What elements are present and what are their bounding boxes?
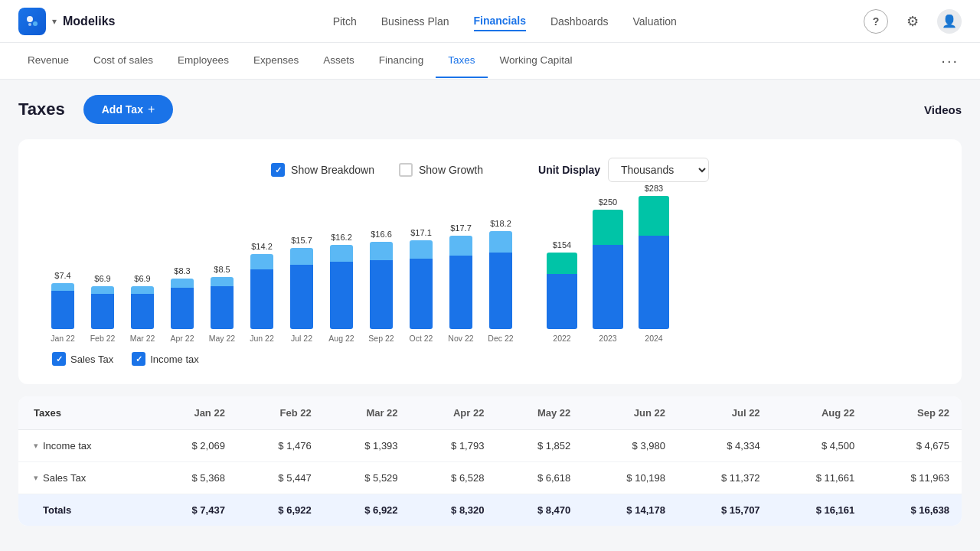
row-label-income-tax: ▾ Income tax [18,430,151,462]
bar-top [330,245,353,262]
col-header-taxes: Taxes [18,396,151,430]
bar-label: Mar 22 [130,334,155,343]
bar-col-may22: $8.5 May 22 [204,265,240,343]
income-tax-jun22: $ 3,980 [583,430,678,462]
sub-nav-item-expenses[interactable]: Expenses [241,44,311,78]
bar-value: $250 [599,197,617,207]
totals-may22: $ 8,470 [496,494,583,527]
show-breakdown-checkbox[interactable]: ✓ [271,163,285,177]
totals-apr22: $ 8,320 [410,494,497,527]
check-icon: ✓ [275,165,282,175]
income-tax-jul22: $ 4,334 [678,430,773,462]
expand-icon-sales-tax[interactable]: ▾ [34,473,38,483]
bar-col-apr22: $8.3 Apr 22 [164,266,201,343]
bar-value: $154 [553,240,571,249]
logo-icon [18,8,46,35]
svg-point-2 [28,23,31,26]
sub-nav-item-cost-of-sales[interactable]: Cost of sales [81,44,165,78]
bar-label: 2023 [599,334,616,343]
show-growth-checkbox[interactable] [399,163,413,177]
bar-label: Apr 22 [171,334,194,343]
bar-col-mar22: $6.9 Mar 22 [124,274,161,343]
settings-icon-button[interactable]: ⚙ [900,9,925,34]
bar-top [171,279,194,288]
bar-bottom [131,294,154,329]
data-table: Taxes Jan 22 Feb 22 Mar 22 Apr 22 May 22… [18,396,962,526]
col-header-may22: May 22 [496,396,583,430]
add-tax-button[interactable]: Add Tax + [83,95,174,124]
show-breakdown-label: Show Breakdown [291,164,374,176]
sub-nav-item-assets[interactable]: Assets [311,44,367,78]
income-tax-legend-checkbox[interactable]: ✓ [132,352,145,366]
sub-nav-more-button[interactable]: ··· [935,52,965,70]
page-content: Taxes Add Tax + Videos ✓ Show Breakdown … [0,80,980,551]
chart-card: ✓ Show Breakdown Show Growth Unit Displa… [18,139,962,384]
table-header-row: Taxes Jan 22 Feb 22 Mar 22 Apr 22 May 22… [18,396,962,430]
sales-tax-may22: $ 6,618 [496,462,583,494]
bar-bottom [211,286,234,329]
sales-tax-jun22: $ 10,198 [583,462,678,494]
unit-display-select[interactable]: Actual Thousands Millions [608,158,709,182]
col-header-apr22: Apr 22 [410,396,497,430]
nav-link-pitch[interactable]: Pitch [333,12,357,31]
bar-bottom [51,291,74,329]
bar-top [593,210,623,245]
sub-nav-item-revenue[interactable]: Revenue [15,44,81,78]
totals-jun22: $ 14,178 [583,494,678,527]
sub-nav-item-taxes[interactable]: Taxes [436,44,487,78]
bar-value: $6.9 [134,274,150,283]
col-header-jun22: Jun 22 [583,396,678,430]
logo-name: Modeliks [63,15,115,28]
sub-nav-item-working-capital[interactable]: Working Capital [488,44,585,78]
totals-feb22: $ 6,922 [237,494,324,527]
videos-link[interactable]: Videos [924,103,962,116]
bar-value: $6.9 [94,274,110,283]
bar-value: $16.6 [371,230,392,239]
nav-link-valuation[interactable]: Valuation [632,12,676,31]
bar-col-jan22: $7.4 Jan 22 [44,271,81,343]
sub-nav: Revenue Cost of sales Employees Expenses… [0,43,980,80]
bar-bottom [489,253,512,329]
bar-bottom [449,256,472,329]
sub-nav-item-financing[interactable]: Financing [367,44,436,78]
chart-legend: ✓ Sales Tax ✓ Income tax [37,352,943,366]
bar-col-nov22: $17.7 Nov 22 [443,223,479,343]
income-tax-jan22: $ 2,069 [151,430,237,462]
unit-display-label: Unit Display [538,164,600,176]
bar-label: 2024 [645,334,662,343]
bar-bottom [330,262,353,329]
bar-col-sep22: $16.6 Sep 22 [363,230,400,343]
income-tax-aug22: $ 4,500 [773,430,867,462]
expand-icon-income-tax[interactable]: ▾ [34,441,38,451]
nav-link-business-plan[interactable]: Business Plan [381,12,449,31]
bar-top [410,240,433,259]
sales-tax-jan22: $ 5,368 [151,462,237,494]
col-header-sep22: Sep 22 [867,396,962,430]
bar-top [449,236,472,256]
bar-value: $18.2 [490,219,511,228]
add-tax-label: Add Tax [102,103,143,116]
col-header-aug22: Aug 22 [773,396,867,430]
bar-top [290,248,313,265]
bar-col-dec22: $18.2 Dec 22 [482,219,519,343]
help-icon-button[interactable]: ? [864,9,888,34]
svg-point-1 [33,21,38,26]
user-icon-button[interactable]: 👤 [937,9,962,34]
sales-tax-sep22: $ 11,963 [867,462,962,494]
show-breakdown-control: ✓ Show Breakdown [271,163,374,177]
sales-tax-legend-checkbox[interactable]: ✓ [52,352,66,366]
totals-aug22: $ 16,161 [773,494,867,527]
nav-link-dashboards[interactable]: Dashboards [550,12,609,31]
totals-mar22: $ 6,922 [324,494,410,527]
bar-value: $17.7 [450,223,472,233]
svg-point-0 [27,16,33,22]
sales-tax-apr22: $ 6,528 [410,462,497,494]
sub-nav-item-employees[interactable]: Employees [165,44,241,78]
nav-link-financials[interactable]: Financials [474,11,526,31]
bar-chart: $7.4 Jan 22 $6.9 Feb 22 $6.9 [37,197,943,343]
bar-top [639,196,669,236]
bar-bottom [547,274,577,329]
bar-label: Aug 22 [328,334,354,343]
logo-area[interactable]: ▾ Modeliks [18,8,115,35]
top-nav: ▾ Modeliks Pitch Business Plan Financial… [0,0,980,43]
